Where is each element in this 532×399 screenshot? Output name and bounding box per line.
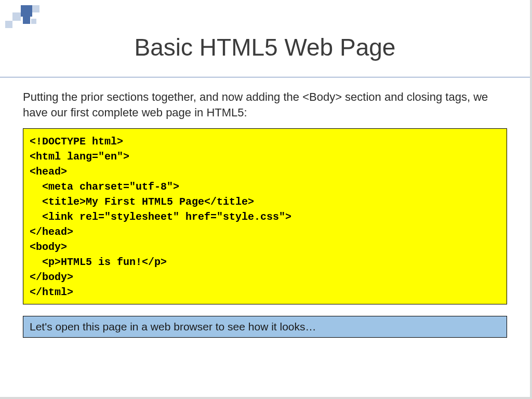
code-line: <title>My First HTML5 Page</title> [30,194,500,209]
title-divider [0,77,530,77]
callout-text: Let's open this page in a web browser to… [30,321,316,332]
code-line: <html lang="en"> [30,149,500,164]
title-area: Basic HTML5 Web Page [0,33,530,61]
code-line: </head> [30,224,500,240]
code-line: <p>HTML5 is fun!</p> [30,255,500,270]
code-line: <body> [30,240,500,255]
code-block: <!DOCTYPE html> <html lang="en"> <head> … [23,128,507,304]
code-line: <!DOCTYPE html> [30,134,500,149]
intro-paragraph: Putting the prior sections together, and… [23,89,507,120]
code-line: </body> [30,270,500,285]
code-line: </html> [30,285,500,300]
slide: Basic HTML5 Web Page Putting the prior s… [0,0,532,399]
code-line: <meta charset="utf-8"> [30,179,500,194]
code-line: <link rel="stylesheet" href="style.css"> [30,209,500,224]
code-line: <head> [30,164,500,179]
slide-title: Basic HTML5 Web Page [0,33,530,61]
corner-decoration [5,5,39,28]
callout-box: Let's open this page in a web browser to… [23,316,507,338]
content-area: Putting the prior sections together, and… [23,89,507,338]
